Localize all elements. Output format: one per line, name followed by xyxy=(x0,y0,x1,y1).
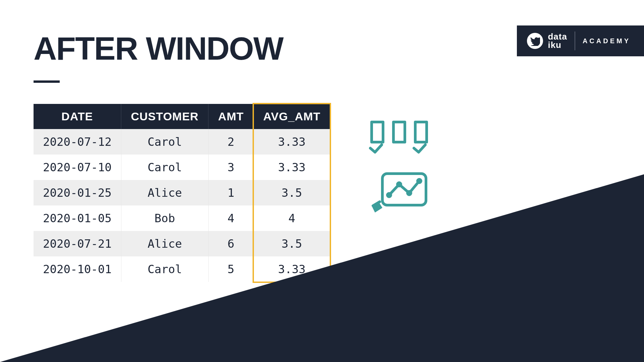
table-row: 2020-07-12Carol23.33 xyxy=(34,129,330,155)
brand-academy-label: ACADEMY xyxy=(583,37,631,45)
brand-word-2: iku xyxy=(548,41,567,49)
table-header: CUSTOMER xyxy=(121,104,208,129)
bird-logo-icon xyxy=(527,33,543,49)
svg-rect-1 xyxy=(393,122,405,142)
table-cell: 2020-07-12 xyxy=(34,129,121,155)
table-cell: 3.33 xyxy=(254,129,330,155)
page-title: AFTER WINDOW xyxy=(34,30,283,67)
brand-separator xyxy=(575,32,575,50)
table-cell: 2 xyxy=(208,129,254,155)
svg-rect-0 xyxy=(372,122,383,142)
title-underline xyxy=(34,80,60,83)
svg-rect-2 xyxy=(415,122,427,142)
brand-badge: data iku ACADEMY xyxy=(517,25,644,56)
table-header: DATE xyxy=(34,104,121,129)
table-header: AMT xyxy=(208,104,254,129)
columns-check-icon xyxy=(369,121,429,154)
brand-logo: data iku xyxy=(527,33,567,49)
bottom-wedge-decoration xyxy=(0,174,644,362)
table-header: AVG_AMT xyxy=(254,104,330,129)
table-cell: Carol xyxy=(121,129,208,155)
